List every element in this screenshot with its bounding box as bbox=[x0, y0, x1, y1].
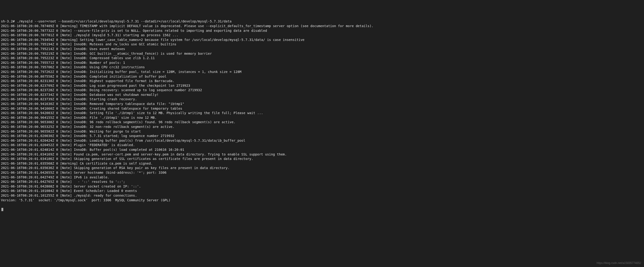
terminal-line: 2021-06-16T08:20:01.042765Z 0 [Note] - '… bbox=[1, 180, 643, 184]
terminal-line: 2021-06-16T08:20:01.024814Z 0 [Note] Inn… bbox=[1, 148, 643, 152]
terminal-line: 2021-06-16T08:20:01.020452Z 0 [Note] Plu… bbox=[1, 143, 643, 148]
terminal-line: 2021-06-16T08:20:00.787409Z 0 [Warning] … bbox=[1, 24, 643, 28]
terminal-line: 2021-06-16T08:20:01.035568Z 0 [Warning] … bbox=[1, 161, 643, 166]
terminal-line: 2021-06-16T08:20:00.795214Z 0 [Note] Inn… bbox=[1, 47, 643, 52]
terminal-line: 2021-06-16T08:20:00.941630Z 0 [Note] Inn… bbox=[1, 102, 643, 106]
terminal-line: 2021-06-16T08:20:01.034186Z 0 [Note] Ski… bbox=[1, 157, 643, 161]
terminal-line: 2021-06-16T08:20:00.823728Z 0 [Note] Inn… bbox=[1, 88, 643, 92]
terminal-line: 2021-06-16T08:20:00.941660Z 0 [Note] Inn… bbox=[1, 106, 643, 111]
terminal-cursor bbox=[2, 208, 3, 211]
terminal-line: 2021-06-16T08:20:00.787732Z 0 [Note] --s… bbox=[1, 28, 643, 33]
terminal-line: 2021-06-16T08:20:01.020424Z 0 [Note] Inn… bbox=[1, 138, 643, 143]
terminal-output[interactable]: sh-3.2# ./mysqld --user=root --basedir=/… bbox=[1, 19, 643, 202]
terminal-line: 2021-06-16T08:20:00.793454Z 0 [Warning] … bbox=[1, 38, 643, 42]
terminal-line: 2021-06-16T08:20:00.965582Z 0 [Note] Inn… bbox=[1, 129, 643, 134]
terminal-line: 2021-06-16T08:20:01.042655Z 0 [Note] Ser… bbox=[1, 170, 643, 175]
terminal-line: Version: '5.7.31' socket: '/tmp/mysql.so… bbox=[1, 198, 643, 203]
terminal-line: 2021-06-16T08:20:00.797262Z 0 [Note] Inn… bbox=[1, 70, 643, 74]
terminal-line: 2021-06-16T08:20:00.823739Z 0 [Note] Inn… bbox=[1, 97, 643, 102]
terminal-line: sh-3.2# ./mysqld --user=root --basedir=/… bbox=[1, 19, 643, 24]
terminal-line: 2021-06-16T08:20:00.795194Z 0 [Note] Inn… bbox=[1, 42, 643, 47]
terminal-line: 2021-06-16T08:20:01.042749Z 0 [Note] IPv… bbox=[1, 175, 643, 180]
terminal-line: 2021-06-16T08:20:00.795571Z 0 [Note] Inn… bbox=[1, 60, 643, 65]
terminal-line: 2021-06-16T08:20:00.787781Z 0 [Note] ./m… bbox=[1, 33, 643, 38]
terminal-line: 2021-06-16T08:20:01.101255Z 0 [Note] ./m… bbox=[1, 193, 643, 198]
terminal-line: 2021-06-16T08:20:01.042808Z 0 [Note] Ser… bbox=[1, 184, 643, 189]
terminal-line: 2021-06-16T08:20:00.942003Z 0 [Note] Inn… bbox=[1, 111, 643, 116]
terminal-line: 2021-06-16T08:20:00.795223Z 0 [Note] Inn… bbox=[1, 56, 643, 60]
terminal-line: 2021-06-16T08:20:00.823734Z 0 [Note] Inn… bbox=[1, 92, 643, 97]
terminal-line: 2021-06-16T08:20:01.020030Z 0 [Note] Inn… bbox=[1, 134, 643, 138]
terminal-line: 2021-06-16T08:20:00.823130Z 0 [Note] Inn… bbox=[1, 79, 643, 84]
watermark-text: https://blog.csdn.net/a15835774652 bbox=[596, 261, 641, 265]
terminal-line: 2021-06-16T08:20:00.795706Z 0 [Note] Inn… bbox=[1, 65, 643, 70]
terminal-line: 2021-06-16T08:20:00.795219Z 0 [Note] Inn… bbox=[1, 52, 643, 56]
terminal-line: 2021-06-16T08:20:00.964155Z 0 [Note] Inn… bbox=[1, 116, 643, 120]
terminal-line: 2021-06-16T08:20:00.823709Z 0 [Note] Inn… bbox=[1, 84, 643, 88]
terminal-line: 2021-06-16T08:20:01.034169Z 0 [Note] Fou… bbox=[1, 152, 643, 157]
terminal-line: 2021-06-16T08:20:00.807558Z 0 [Note] Inn… bbox=[1, 74, 643, 79]
terminal-line: 2021-06-16T08:20:00.965308Z 0 [Note] Inn… bbox=[1, 120, 643, 124]
terminal-line: 2021-06-16T08:20:01.035636Z 0 [Note] Ski… bbox=[1, 166, 643, 170]
terminal-line: 2021-06-16T08:20:00.965325Z 0 [Note] Inn… bbox=[1, 124, 643, 129]
terminal-line: 2021-06-16T08:20:01.101084Z 0 [Note] Eve… bbox=[1, 189, 643, 193]
